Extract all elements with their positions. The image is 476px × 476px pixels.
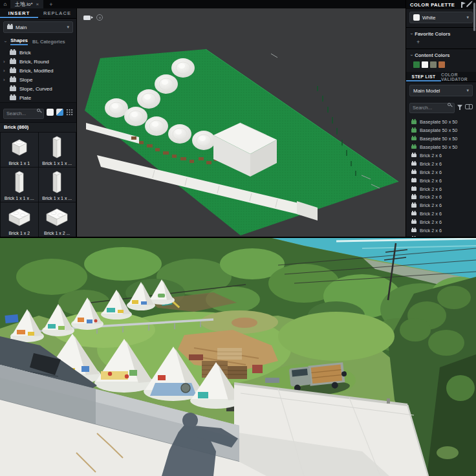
brick-thumbnail[interactable]: Brick 1 x 2 [1, 202, 38, 237]
chevron-right-icon[interactable] [3, 77, 6, 83]
content-colors-section[interactable]: Content Colors [406, 50, 476, 60]
color-swatch[interactable] [422, 61, 428, 68]
shape-category-item[interactable]: Brick, Modified [0, 66, 76, 75]
tab-shapes[interactable]: Shapes [10, 38, 28, 45]
step-list-item[interactable]: Brick 2 x 6 [406, 168, 476, 177]
viewport-3d[interactable] [77, 8, 406, 237]
shape-category-item[interactable]: Plate [0, 93, 76, 102]
tab-bl-categories[interactable]: BL Categories [32, 39, 65, 45]
step-list-item[interactable]: Brick 2 x 6 [406, 177, 476, 185]
brick-category-icon [10, 60, 16, 64]
brick-icon [411, 212, 416, 216]
add-favorite-color-button[interactable]: + [406, 39, 476, 47]
brick-category-icon [10, 78, 16, 82]
chevron-right-icon[interactable] [3, 68, 6, 74]
step-list-item[interactable]: Baseplate 50 x 50 [406, 118, 476, 127]
panel-tab[interactable]: STEP LIST [406, 72, 441, 81]
brick-thumbnail-label: Brick 1 x 1 x ... [42, 161, 72, 166]
grid-view-icon[interactable] [66, 109, 73, 116]
shape-category-list: Brick Brick, Round [0, 47, 76, 102]
scrollbar-thumb[interactable] [473, 3, 475, 31]
studio-app-window: 土地.io* + INSERT REPLACE [0, 0, 476, 237]
category-label: Plate [19, 95, 31, 101]
step-list-item[interactable]: Brick 2 x 6 [406, 160, 476, 168]
step-list-item[interactable]: Brick 2 x 6 [406, 218, 476, 226]
brick-icon [411, 120, 416, 124]
model-selector-dropdown[interactable]: Main [3, 21, 73, 33]
shape-source-tabs: Shapes BL Categories [0, 36, 76, 47]
camera-icon[interactable] [83, 16, 91, 20]
color-palette-title: COLOR PALETTE [410, 2, 458, 8]
brick-thumbnail[interactable]: Brick 1 x 1 x ... [39, 168, 76, 202]
shape-category-item[interactable]: Slope, Curved [0, 84, 76, 93]
step-list-item[interactable]: Brick 2 x 6 [406, 226, 476, 235]
brick-thumbnail[interactable]: Brick 1 x 1 [1, 133, 38, 167]
step-list-item[interactable]: Baseplate 50 x 50 [406, 135, 476, 143]
current-color-swatch-button[interactable] [47, 109, 54, 116]
brick-icon [411, 171, 416, 175]
step-search [409, 100, 455, 113]
brick-thumbnail[interactable]: Brick 1 x 2 ... [39, 202, 76, 237]
step-list-tabs: STEP LIST COLOR VALIDATOR [406, 72, 476, 82]
blue-tarp [5, 314, 18, 323]
edit-pencil-icon[interactable] [466, 2, 471, 7]
brick-icon [7, 25, 13, 29]
app-mid-row: INSERT REPLACE Main Shapes BL Categories [0, 8, 406, 237]
category-label: Brick, Round [19, 59, 49, 65]
current-color-dropdown[interactable]: White [409, 12, 473, 23]
step-list-item[interactable]: Brick 2 x 6 [406, 193, 476, 202]
panel-tab[interactable]: REPLACE [38, 8, 76, 18]
step-model-dropdown[interactable]: Main Model [409, 85, 473, 96]
color-swatch[interactable] [438, 61, 445, 68]
brick-icon [411, 204, 416, 208]
brick-icon [411, 178, 416, 182]
brick-thumbnail-label: Brick 1 x 1 [8, 161, 30, 166]
search-icon [37, 109, 40, 112]
color-swatch[interactable] [430, 61, 437, 68]
category-label: Brick [19, 50, 31, 56]
brick-3d-icon [45, 204, 69, 231]
filter-funnel-icon[interactable] [457, 105, 462, 108]
step-list-item[interactable]: Brick 2 x 6 [406, 201, 476, 210]
category-label: Slope [19, 77, 32, 83]
brick-thumbnail[interactable]: Brick 1 x 1 x ... [39, 133, 76, 167]
home-icon[interactable] [0, 0, 10, 8]
pin-icon[interactable] [461, 2, 462, 8]
brick-icon [411, 195, 416, 199]
step-list-item[interactable]: Brick 2 x 6 [406, 151, 476, 160]
chevron-down-icon [67, 25, 69, 30]
color-swatch[interactable] [413, 61, 420, 68]
brick-thumbnail-label: Brick 1 x 2 [8, 231, 30, 235]
step-pages-icon[interactable] [465, 104, 473, 109]
step-list-item[interactable]: Baseplate 50 x 50 [406, 126, 476, 135]
step-item-label: Brick 2 x 6 [420, 228, 442, 233]
favorite-colors-section[interactable]: Favorite Colors [406, 29, 476, 39]
step-item-label: Brick 2 x 6 [420, 169, 442, 175]
shape-category-item[interactable]: Brick, Round [0, 57, 76, 66]
panel-tab[interactable]: COLOR VALIDATOR [441, 72, 476, 81]
document-tab[interactable]: 土地.io* [10, 0, 43, 8]
step-item-label: Baseplate 50 x 50 [420, 136, 457, 142]
step-item-label: Brick 2 x 6 [420, 219, 442, 225]
step-list-item[interactable]: Baseplate 50 x 50 [406, 143, 476, 151]
brick-category-icon [10, 96, 16, 100]
step-list: Baseplate 50 x 50 Baseplate 50 x 50 Base… [406, 116, 476, 237]
step-list-item[interactable]: Brick 2 x 6 [406, 210, 476, 218]
step-list-item[interactable]: Brick 2 x 6 [406, 185, 476, 193]
close-tab-icon[interactable] [36, 1, 39, 7]
new-tab-button[interactable]: + [49, 1, 52, 8]
chevron-down-icon [466, 88, 469, 93]
material-picker-icon[interactable] [56, 109, 63, 116]
orbit-view-icon[interactable] [96, 14, 103, 21]
brick-3d-icon [52, 169, 62, 196]
chevron-down-icon [409, 33, 414, 34]
insert-replace-tabs: INSERT REPLACE [0, 8, 76, 19]
panel-tab[interactable]: INSERT [0, 8, 38, 18]
content-color-swatches [406, 60, 476, 72]
brick-thumbnail[interactable]: Brick 1 x 1 x ... [1, 168, 38, 202]
step-item-label: Baseplate 50 x 50 [420, 144, 457, 150]
document-tab-title: 土地.io* [15, 1, 33, 8]
chevron-right-icon[interactable] [3, 59, 6, 65]
shape-category-item[interactable]: Brick [0, 48, 76, 57]
shape-category-item[interactable]: Slope [0, 75, 76, 84]
